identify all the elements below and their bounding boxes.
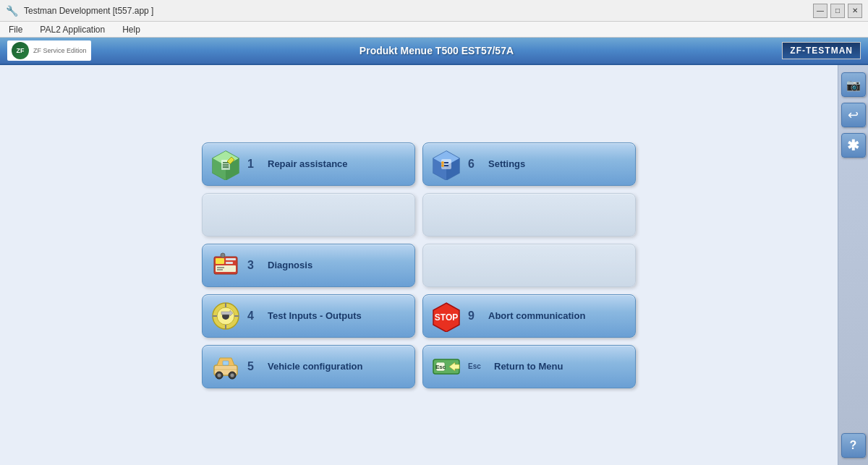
abort-number: 9 — [468, 310, 482, 323]
svg-rect-37 — [223, 361, 229, 365]
settings-icon — [430, 148, 462, 180]
sidebar: 📷 ↩ ✱ ? — [838, 65, 868, 465]
svg-rect-12 — [441, 159, 451, 169]
maximize-button[interactable]: □ — [830, 4, 845, 18]
content-area: 1 Repair assistance — [0, 65, 838, 465]
vehicle-label: Vehicle configuration — [268, 361, 407, 372]
svg-rect-17 — [226, 258, 236, 260]
title-bar: 🔧 Testman Development [t557.app ] — □ ✕ — [0, 0, 868, 22]
stop-icon: STOP — [430, 300, 462, 332]
back-icon: ↩ — [848, 107, 859, 123]
empty-slot-3 — [422, 244, 636, 287]
settings-button[interactable]: 6 Settings — [422, 142, 636, 186]
asterisk-icon: ✱ — [847, 137, 859, 154]
empty-icon-1 — [210, 199, 242, 231]
help-icon: ? — [850, 439, 857, 452]
header-title: Produkt Menue T500 EST57/57A — [359, 45, 514, 56]
svg-point-34 — [218, 373, 221, 377]
brand-label: ZF-TESTMAN — [782, 42, 861, 59]
diagnosis-icon — [210, 249, 242, 281]
diagnosis-label: Diagnosis — [268, 260, 407, 270]
return-label: Return to Menu — [494, 361, 628, 372]
svg-point-13 — [441, 161, 444, 164]
empty-slot-1 — [202, 193, 415, 236]
app-icon: 🔧 — [6, 5, 18, 17]
svg-rect-16 — [216, 258, 224, 264]
repair-icon — [210, 148, 242, 180]
camera-button[interactable]: 📷 — [841, 72, 866, 97]
esc-icon: Esc — [430, 351, 462, 383]
asterisk-button[interactable]: ✱ — [841, 133, 866, 158]
close-button[interactable]: ✕ — [848, 4, 862, 18]
menu-bar: File PAL2 Application Help — [0, 22, 868, 38]
back-button[interactable]: ↩ — [841, 103, 866, 127]
empty-icon-3 — [430, 249, 462, 281]
zf-logo: ZF ZF Service Edition — [7, 40, 91, 61]
svg-text:STOP: STOP — [435, 312, 458, 323]
diagnosis-button[interactable]: 3 Diagnosis — [202, 244, 415, 287]
repair-label: Repair assistance — [268, 158, 407, 169]
abort-communication-button[interactable]: STOP 9 Abort communication — [422, 294, 636, 338]
app-header: ZF ZF Service Edition Produkt Menue T500… — [0, 38, 868, 65]
test-io-icon — [210, 300, 242, 332]
svg-point-22 — [221, 253, 225, 257]
zf-circle-logo: ZF — [12, 42, 29, 59]
menu-pal2[interactable]: PAL2 Application — [37, 23, 108, 36]
menu-buttons-grid: 1 Repair assistance — [202, 142, 636, 388]
svg-point-14 — [441, 164, 444, 167]
repair-number: 1 — [247, 158, 262, 171]
svg-rect-18 — [226, 262, 233, 264]
camera-icon: 📷 — [846, 78, 861, 92]
vehicle-icon — [210, 351, 242, 383]
vehicle-number: 5 — [247, 360, 262, 373]
settings-number: 6 — [468, 158, 482, 171]
empty-slot-2 — [422, 193, 636, 236]
menu-file[interactable]: File — [6, 23, 25, 36]
test-io-number: 4 — [247, 310, 262, 323]
svg-point-36 — [231, 373, 234, 377]
return-to-menu-button[interactable]: Esc Esc Return to Menu — [422, 345, 636, 388]
minimize-button[interactable]: — — [813, 4, 827, 18]
test-io-button[interactable]: 4 Test Inputs - Outputs — [202, 294, 415, 338]
svg-text:Esc: Esc — [435, 364, 446, 370]
menu-help[interactable]: Help — [119, 23, 143, 36]
vehicle-config-button[interactable]: 5 Vehicle configuration — [202, 345, 415, 388]
main-content: 1 Repair assistance — [0, 65, 868, 465]
help-button[interactable]: ? — [841, 433, 866, 458]
empty-icon-2 — [430, 199, 462, 231]
abort-label: Abort communication — [488, 310, 628, 321]
test-io-label: Test Inputs - Outputs — [268, 310, 407, 321]
settings-label: Settings — [488, 158, 628, 169]
window-title: Testman Development [t557.app ] — [24, 6, 153, 16]
diagnosis-number: 3 — [247, 259, 262, 272]
repair-assistance-button[interactable]: 1 Repair assistance — [202, 142, 415, 186]
return-number: Esc — [468, 362, 488, 370]
zf-edition-text: ZF Service Edition — [33, 47, 87, 55]
svg-rect-19 — [216, 265, 236, 272]
